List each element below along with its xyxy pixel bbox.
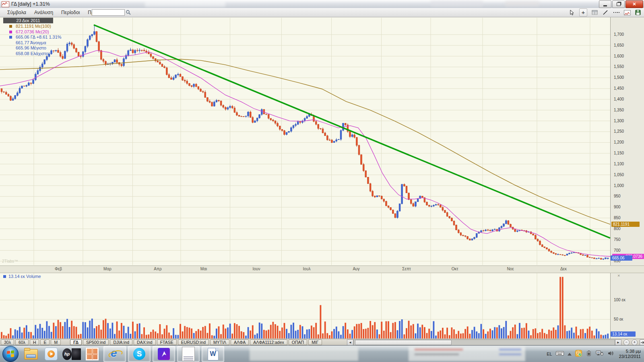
taskbar-item-trading-app[interactable]	[153, 346, 175, 362]
tab-15[interactable]: ΜΙΓ	[308, 339, 322, 345]
window-title: ΓΔ [daily] +1.31%	[11, 1, 50, 7]
tab-7[interactable]: DJIA:ind	[110, 339, 132, 345]
word-icon: W	[208, 348, 219, 360]
search-icon[interactable]	[126, 10, 131, 17]
y-axis-tick: 750	[614, 237, 621, 242]
start-button[interactable]	[2, 346, 19, 362]
y-axis-tick: 1,300	[614, 119, 624, 123]
y-axis-tick: 800	[614, 226, 621, 231]
system-tray: EL 5:38 μμ 23/12/2011	[547, 346, 642, 362]
minimize-icon	[603, 5, 607, 6]
volume-current-tag: 13.14 εκ	[611, 331, 636, 337]
y-axis-tick: 1,650	[614, 43, 624, 47]
tab-13[interactable]: ΑΛΦΑ1112:adex	[250, 339, 287, 345]
media-player-icon	[45, 348, 58, 360]
battery-icon[interactable]	[586, 350, 592, 358]
tab-11[interactable]: ΜΥΤΙΛ	[210, 339, 229, 345]
tab-5[interactable]: ΓΔ	[70, 339, 82, 345]
menu-item-0[interactable]: Σύμβολα	[3, 8, 30, 17]
tab-8[interactable]: DAX:ind	[134, 339, 156, 345]
keyboard-icon[interactable]	[556, 350, 564, 358]
legend-row-5: 658.08 Ελάχιστο	[2, 51, 62, 57]
zoom-in-button[interactable]: +	[632, 339, 638, 346]
menu-item-1[interactable]: Ανάλυση	[30, 8, 57, 17]
menu-item-2[interactable]: Περίοδοι	[57, 8, 84, 17]
price-chart-plot[interactable]	[0, 17, 644, 265]
trading-app-icon	[158, 348, 170, 360]
taskbar-clock[interactable]: 5:38 μμ 23/12/2011	[619, 349, 641, 359]
update-globe-icon[interactable]	[575, 350, 582, 358]
cursor-tool-icon[interactable]	[568, 9, 576, 16]
y-axis-tick: 950	[614, 194, 621, 198]
dotted-line-tool-icon[interactable]	[613, 9, 620, 16]
restore-button[interactable]	[612, 0, 625, 8]
candlestick-chart-icon[interactable]	[623, 9, 631, 16]
notes-icon	[182, 347, 195, 361]
trendline-tool-icon[interactable]	[602, 9, 609, 16]
volume-swatch	[3, 275, 6, 278]
restore-icon	[617, 2, 621, 6]
tab-2[interactable]: Η	[30, 339, 39, 345]
tab-1[interactable]: 60λ	[15, 339, 29, 345]
legend-text: 821.1191 Με(100)	[16, 24, 51, 29]
legend-text: 665.06 ΓΔ +8.61 1.31%	[16, 35, 62, 39]
desktop: ΓΔ [daily] +1.31% ✕ ΣύμβολαΑνάλυσηΠερίοδ…	[0, 0, 644, 362]
x-axis-month: Ιουλ	[298, 267, 316, 271]
scroll-left-button[interactable]: ◄	[347, 339, 353, 346]
scrollbar-track[interactable]	[353, 339, 615, 346]
grid-tool-icon[interactable]	[591, 9, 598, 16]
symbol-search-input[interactable]	[92, 9, 125, 16]
save-icon[interactable]	[634, 9, 642, 16]
x-axis-month: Μαρ	[99, 267, 116, 271]
tab-9[interactable]: FTASE	[157, 339, 177, 345]
taskbar-item-explorer[interactable]	[21, 346, 40, 362]
tab-4[interactable]: Μ	[51, 339, 61, 345]
tab-3[interactable]: Ε	[40, 339, 50, 345]
volume-panel-close-icon[interactable]: ×	[617, 274, 620, 278]
app-chart-icon	[2, 1, 9, 7]
taskbar-item-media-player[interactable]	[42, 346, 60, 362]
y-axis-tick: 1,450	[614, 86, 624, 90]
hp-icon: hp	[62, 348, 72, 360]
legend-swatch	[9, 36, 12, 39]
y-axis-tick: 850	[614, 216, 621, 220]
tab-10[interactable]: EURUSD:ind	[178, 339, 209, 345]
crosshair-tool-icon[interactable]: +	[579, 8, 587, 16]
volume-chart-plot[interactable]	[0, 273, 644, 339]
taskbar-item-skype[interactable]: S	[128, 346, 151, 362]
language-indicator[interactable]: EL	[547, 352, 552, 356]
volume-y-axis	[610, 273, 644, 339]
horizontal-scrollbar: ◄ ► − +	[347, 339, 644, 345]
network-icon[interactable]	[596, 350, 604, 358]
volume-axis-tick: 100 εκ	[614, 298, 625, 302]
tab-0[interactable]: 30λ	[1, 339, 14, 345]
y-axis-tick: 1,350	[614, 108, 624, 112]
show-hidden-icons-icon[interactable]	[568, 353, 572, 356]
taskbar-item-picture-manager[interactable]	[83, 346, 101, 362]
folder-icon	[24, 349, 37, 359]
tab-12[interactable]: ΑΛΦΑ	[231, 339, 249, 345]
fit-width-icon[interactable]	[640, 339, 644, 346]
minimize-button[interactable]	[599, 0, 611, 8]
close-button[interactable]: ✕	[625, 0, 643, 8]
taskbar-item-internet-explorer[interactable]: e	[103, 346, 126, 362]
legend-date: 23 Δεκ 2011	[3, 18, 53, 23]
zoom-out-button[interactable]: −	[623, 339, 630, 346]
scrollbar-thumb[interactable]	[355, 340, 452, 345]
legend-row-1: 672.0736 Με(20)	[2, 29, 62, 35]
taskbar-item-word[interactable]: W	[202, 346, 224, 362]
scroll-right-button[interactable]: ►	[615, 339, 621, 346]
menu-bar: ΣύμβολαΑνάλυσηΠερίοδοιΠροβολή +	[0, 8, 644, 17]
legend-text: 665.96 Μέγιστο	[16, 45, 46, 50]
tab-6[interactable]: SP500:ind	[83, 339, 109, 345]
speaker-icon[interactable]	[607, 350, 614, 358]
legend-row-4: 665.96 Μέγιστο	[2, 45, 62, 51]
tab-14[interactable]: ΟΠΑΠ	[289, 339, 307, 345]
taskbar: hp e S W EL	[0, 345, 644, 362]
legend-row-0: 821.1191 Με(100)	[2, 24, 62, 29]
legend-swatch	[9, 25, 12, 28]
taskbar-item-hp[interactable]: hp	[62, 346, 81, 362]
y-axis-tick: 1,200	[614, 140, 624, 144]
price-tag: 665.06	[611, 255, 632, 261]
taskbar-item-notes[interactable]	[177, 346, 200, 362]
